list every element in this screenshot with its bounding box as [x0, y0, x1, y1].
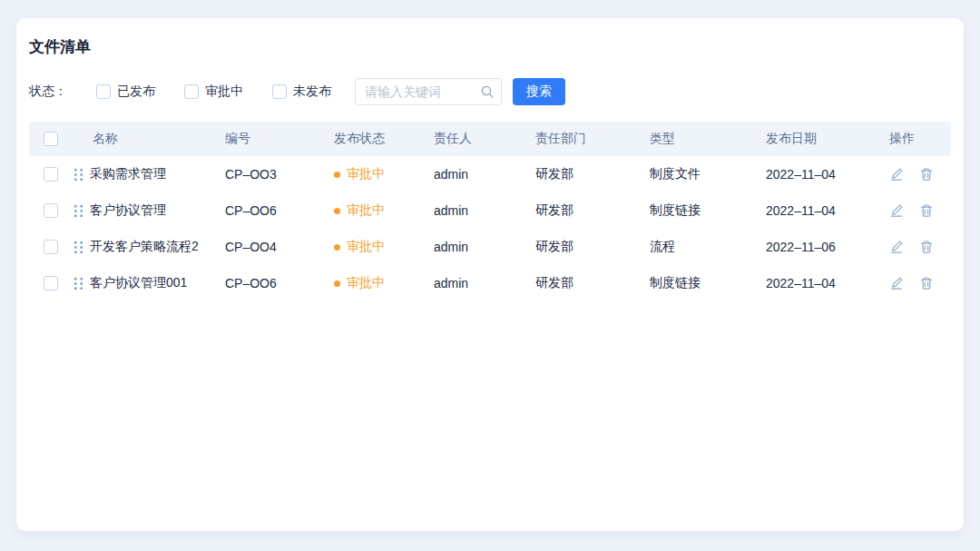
row-status: 审批中	[334, 166, 434, 182]
table-row: 采购需求管理 CP–OO3 审批中 admin 研发部 制度文件 2022–11…	[29, 156, 951, 192]
row-department: 研发部	[535, 166, 650, 182]
row-checkbox[interactable]	[44, 167, 58, 182]
filter-checkbox-unpublished[interactable]: 未发布	[272, 84, 331, 100]
table-row: 开发客户策略流程2 CP–OO4 审批中 admin 研发部 流程 2022–1…	[29, 229, 951, 265]
file-table: 名称 编号 发布状态 责任人 责任部门 类型 发布日期 操作	[29, 122, 951, 301]
delete-icon[interactable]	[919, 240, 934, 254]
row-date: 2022–11–04	[766, 167, 889, 182]
checkbox-icon[interactable]	[184, 84, 199, 99]
row-checkbox[interactable]	[44, 276, 58, 290]
delete-icon[interactable]	[919, 276, 934, 290]
row-date: 2022–11–04	[766, 203, 889, 218]
filter-label-published: 已发布	[117, 84, 155, 100]
drag-handle-icon[interactable]	[74, 278, 83, 290]
search-box	[355, 78, 502, 105]
table-row: 客户协议管理 CP–OO6 审批中 admin 研发部 制度链接 2022–11…	[29, 192, 951, 229]
row-status: 审批中	[334, 275, 434, 291]
checkbox-icon[interactable]	[272, 84, 287, 99]
row-department: 研发部	[535, 202, 650, 219]
row-owner: admin	[434, 203, 535, 218]
column-header-status: 发布状态	[334, 131, 434, 147]
drag-handle-icon[interactable]	[74, 241, 83, 253]
status-text: 审批中	[347, 166, 385, 182]
column-header-date: 发布日期	[766, 131, 889, 147]
status-dot-icon	[334, 244, 340, 251]
status-text: 审批中	[347, 275, 385, 291]
filter-checkbox-approving[interactable]: 审批中	[184, 84, 243, 100]
filter-label-unpublished: 未发布	[293, 84, 331, 100]
edit-icon[interactable]	[889, 276, 904, 290]
delete-icon[interactable]	[919, 203, 934, 218]
column-header-name: 名称	[69, 131, 225, 147]
select-all-checkbox[interactable]	[44, 132, 58, 146]
edit-icon[interactable]	[889, 240, 904, 254]
column-header-type: 类型	[650, 131, 766, 147]
status-dot-icon	[334, 172, 340, 178]
row-status: 审批中	[334, 239, 434, 255]
search-button[interactable]: 搜索	[513, 78, 565, 105]
row-name: 开发客户策略流程2	[90, 239, 199, 255]
row-owner: admin	[434, 240, 535, 254]
row-type: 制度链接	[650, 275, 766, 291]
row-code: CP–OO6	[225, 203, 334, 218]
row-type: 流程	[650, 239, 766, 255]
row-department: 研发部	[535, 239, 650, 255]
status-text: 审批中	[347, 239, 385, 255]
row-owner: admin	[434, 276, 535, 290]
filter-checkbox-published[interactable]: 已发布	[96, 84, 155, 100]
row-date: 2022–11–06	[766, 240, 889, 254]
row-department: 研发部	[535, 275, 650, 291]
row-checkbox[interactable]	[44, 240, 58, 254]
edit-icon[interactable]	[889, 203, 904, 218]
page-title: 文件清单	[29, 36, 951, 58]
filter-label-approving: 审批中	[205, 84, 243, 100]
drag-handle-icon[interactable]	[74, 169, 83, 181]
row-code: CP–OO6	[225, 276, 334, 290]
column-header-code: 编号	[225, 131, 334, 147]
filter-bar: 状态： 已发布 审批中 未发布 搜索	[29, 78, 951, 105]
checkbox-icon[interactable]	[96, 84, 111, 99]
status-filter-label: 状态：	[29, 84, 67, 100]
table-row: 客户协议管理001 CP–OO6 审批中 admin 研发部 制度链接 2022…	[29, 265, 951, 301]
row-type: 制度链接	[650, 202, 766, 219]
status-text: 审批中	[347, 202, 385, 219]
row-name: 客户协议管理001	[90, 275, 187, 291]
edit-icon[interactable]	[889, 167, 904, 182]
row-checkbox[interactable]	[44, 203, 58, 218]
table-header: 名称 编号 发布状态 责任人 责任部门 类型 发布日期 操作	[29, 122, 951, 156]
row-date: 2022–11–04	[766, 276, 889, 290]
status-dot-icon	[334, 280, 340, 287]
row-code: CP–OO4	[225, 240, 334, 254]
row-owner: admin	[434, 167, 535, 182]
delete-icon[interactable]	[919, 167, 934, 182]
row-name: 客户协议管理	[90, 202, 166, 219]
row-name: 采购需求管理	[90, 166, 166, 182]
column-header-owner: 责任人	[434, 131, 535, 147]
row-status: 审批中	[334, 202, 434, 219]
file-list-card: 文件清单 状态： 已发布 审批中 未发布 搜索 名称	[16, 18, 964, 531]
column-header-operations: 操作	[889, 131, 951, 147]
row-type: 制度文件	[650, 166, 766, 182]
search-icon	[480, 84, 495, 99]
row-code: CP–OO3	[225, 167, 334, 182]
column-header-department: 责任部门	[535, 131, 650, 147]
drag-handle-icon[interactable]	[74, 205, 83, 217]
status-dot-icon	[334, 208, 340, 214]
